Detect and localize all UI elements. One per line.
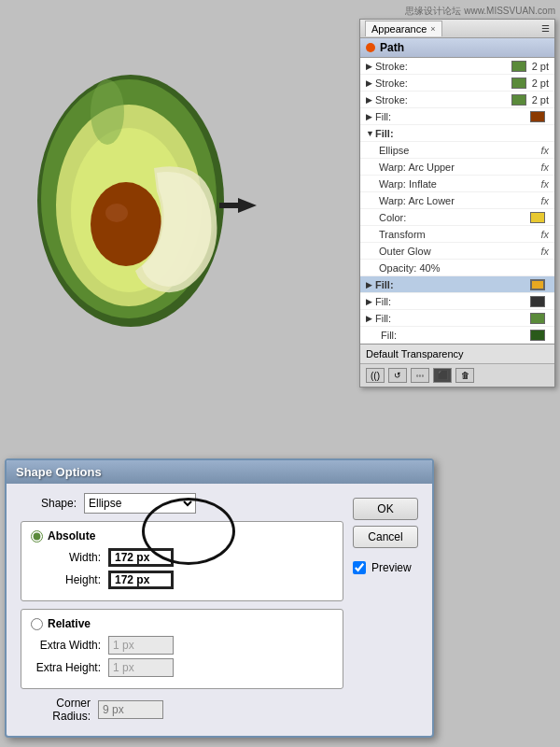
corner-radius-row: Corner Radius:: [21, 697, 343, 723]
dialog-body: Shape: Ellipse Rectangle Rounded Rectang…: [7, 484, 432, 736]
options-button[interactable]: ◦◦◦: [411, 368, 429, 383]
arrow-icon: ▶: [366, 95, 375, 105]
panel-path-header: Path: [360, 38, 554, 58]
undo-button[interactable]: ↺: [388, 368, 407, 383]
shape-label: Shape:: [21, 497, 77, 510]
svg-point-6: [91, 79, 124, 145]
color-swatch[interactable]: [530, 212, 545, 223]
svg-marker-7: [238, 198, 257, 213]
path-label: Path: [380, 41, 404, 54]
panel-titlebar: Appearance × ☰: [360, 20, 554, 38]
stroke-row-1[interactable]: ▶ Stroke: 2 pt: [360, 58, 554, 75]
sub-row-warp-inflate[interactable]: Warp: Inflate fx: [360, 176, 554, 192]
active-button[interactable]: ⬛: [433, 368, 452, 383]
panel-tab[interactable]: Appearance ×: [365, 21, 442, 36]
corner-radius-input[interactable]: [98, 700, 163, 719]
relative-radio-row: Relative: [31, 617, 333, 630]
delete-button[interactable]: 🗑: [455, 368, 474, 383]
preview-label: Preview: [371, 561, 412, 574]
corner-radius-label: Corner Radius:: [21, 697, 91, 723]
arrow-icon: ▶: [366, 314, 375, 323]
shape-options-dialog: Shape Options Shape: Ellipse Rectangle R…: [5, 458, 434, 738]
height-input[interactable]: [108, 571, 174, 589]
orange-dot-icon: [366, 43, 375, 52]
fill-row-4[interactable]: Fill:: [360, 327, 554, 344]
sub-row-ellipse[interactable]: Ellipse fx: [360, 142, 554, 159]
fill-color-4[interactable]: [530, 330, 545, 341]
arrow-icon: ▶: [366, 112, 375, 121]
absolute-section: Absolute Width: Height:: [21, 521, 343, 601]
fill-section-header[interactable]: ▼ Fill:: [360, 125, 554, 142]
preview-checkbox[interactable]: [353, 561, 366, 574]
fill-color-2[interactable]: [530, 296, 545, 307]
close-icon[interactable]: ×: [430, 24, 435, 34]
panel-action-bar: (() ↺ ◦◦◦ ⬛ 🗑: [360, 363, 554, 387]
appearance-panel: Appearance × ☰ Path ▶ Stroke: 2 pt ▶ Str…: [359, 19, 555, 388]
arrow-icon: ▶: [366, 62, 375, 71]
absolute-radio[interactable]: [31, 530, 43, 543]
height-label: Height:: [31, 573, 101, 586]
stroke-row-3[interactable]: ▶ Stroke: 2 pt: [360, 92, 554, 108]
relative-radio[interactable]: [31, 618, 43, 630]
fill-row-highlighted[interactable]: ▶ Fill:: [360, 276, 554, 293]
absolute-label: Absolute: [48, 529, 95, 543]
relative-label: Relative: [48, 617, 91, 630]
preview-row: Preview: [353, 561, 418, 574]
stroke-color-2[interactable]: [511, 78, 526, 89]
stroke-row-2[interactable]: ▶ Stroke: 2 pt: [360, 75, 554, 92]
shape-dropdown[interactable]: Ellipse Rectangle Rounded Rectangle: [84, 493, 196, 514]
absolute-radio-row: Absolute: [31, 529, 333, 543]
sub-row-outer-glow[interactable]: Outer Glow fx: [360, 243, 554, 260]
sub-row-warp-arc-lower[interactable]: Warp: Arc Lower fx: [360, 192, 554, 209]
dialog-right-panel: OK Cancel Preview: [353, 493, 418, 726]
avocado-illustration: [19, 19, 271, 392]
sub-row-warp-arc-upper[interactable]: Warp: Arc Upper fx: [360, 159, 554, 176]
dialog-title: Shape Options: [16, 465, 102, 479]
width-row: Width:: [31, 548, 333, 567]
panel-content: ▶ Stroke: 2 pt ▶ Stroke: 2 pt ▶ Stroke: …: [360, 58, 554, 344]
add-effect-button[interactable]: ((): [366, 368, 385, 383]
watermark: 思缘设计论坛 www.MISSVUAN.com: [405, 5, 555, 18]
fill-color-3[interactable]: [530, 313, 545, 324]
width-input[interactable]: [108, 548, 174, 567]
fill-color-highlighted[interactable]: [530, 279, 545, 290]
shape-select-row: Shape: Ellipse Rectangle Rounded Rectang…: [21, 493, 343, 514]
fill-color-1[interactable]: [530, 111, 545, 122]
extra-height-label: Extra Height:: [31, 661, 101, 674]
dialog-left-panel: Shape: Ellipse Rectangle Rounded Rectang…: [21, 493, 343, 726]
expand-arrow-icon: ▼: [366, 129, 375, 138]
panel-menu-button[interactable]: ☰: [541, 23, 550, 34]
sub-row-color[interactable]: Color:: [360, 209, 554, 226]
extra-width-input[interactable]: [108, 636, 174, 655]
height-row: Height:: [31, 571, 333, 589]
extra-width-label: Extra Width:: [31, 639, 101, 652]
extra-width-row: Extra Width:: [31, 636, 333, 655]
relative-section: Relative Extra Width: Extra Height:: [21, 609, 343, 689]
svg-point-4: [91, 182, 161, 266]
cancel-button[interactable]: Cancel: [353, 526, 418, 548]
width-label: Width:: [31, 551, 101, 564]
svg-rect-8: [219, 203, 240, 208]
ok-button[interactable]: OK: [353, 498, 418, 520]
extra-height-row: Extra Height:: [31, 658, 333, 677]
stroke-color-3[interactable]: [511, 94, 526, 106]
arrow-icon: ▶: [366, 280, 375, 289]
arrow-icon: ▶: [366, 78, 375, 88]
fill-row-3[interactable]: ▶ Fill:: [360, 310, 554, 327]
default-transparency-label: Default Transparency: [366, 348, 464, 359]
sub-row-opacity[interactable]: Opacity: 40%: [360, 260, 554, 276]
svg-point-5: [105, 204, 128, 222]
extra-height-input[interactable]: [108, 658, 174, 677]
panel-footer: Default Transparency: [360, 344, 554, 363]
fill-row-1[interactable]: ▶ Fill:: [360, 108, 554, 125]
arrow-icon: ▶: [366, 297, 375, 306]
panel-tab-label: Appearance: [371, 23, 427, 35]
dialog-titlebar: Shape Options: [7, 460, 432, 484]
sub-row-transform[interactable]: Transform fx: [360, 226, 554, 243]
fill-row-2[interactable]: ▶ Fill:: [360, 293, 554, 310]
stroke-color-1[interactable]: [511, 61, 526, 72]
